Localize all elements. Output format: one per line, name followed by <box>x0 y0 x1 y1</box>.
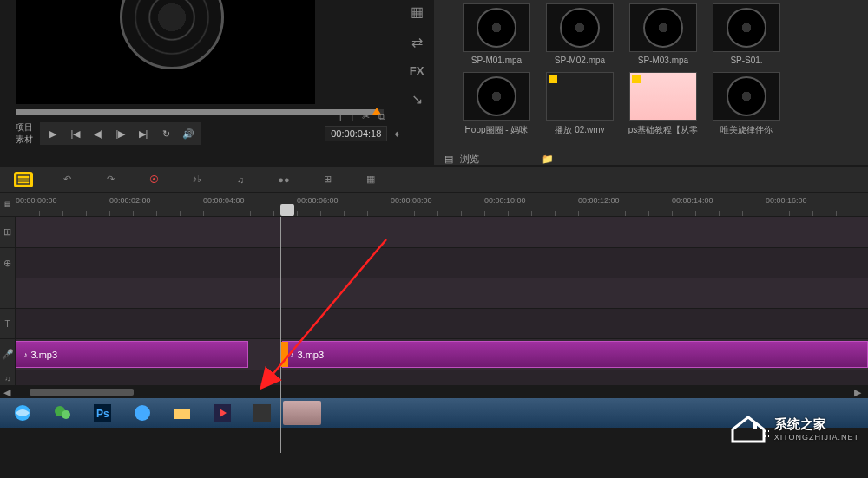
preview-viewport <box>16 0 315 104</box>
redo-button[interactable]: ↷ <box>101 172 120 187</box>
scroll-left-icon[interactable]: ◀ <box>3 387 14 398</box>
copy-icon[interactable]: ⧉ <box>378 111 385 122</box>
taskbar-video-icon[interactable] <box>203 400 241 426</box>
audio-mix-button[interactable]: ♪♭ <box>187 172 207 187</box>
media-label: SP-M02.mpa <box>542 56 618 65</box>
media-library: SP-M01.mpaSP-M02.mpaSP-M03.mpaSP-S01.Hoo… <box>434 0 868 165</box>
next-frame-button[interactable]: |▶ <box>113 126 128 141</box>
media-item[interactable]: ps基础教程【从零 <box>625 72 701 136</box>
media-label: SP-M01.mpa <box>458 56 535 65</box>
scrollbar-thumb[interactable] <box>30 389 134 396</box>
path-icon[interactable]: ↘ <box>411 91 423 108</box>
ruler-menu-icon[interactable]: ▤ <box>4 200 11 208</box>
media-item[interactable]: 播放 02.wmv <box>542 72 618 136</box>
mark-in-icon[interactable]: [ <box>339 111 342 122</box>
music-track-icon[interactable]: ♫ <box>4 374 10 383</box>
media-label: 播放 02.wmv <box>542 124 618 136</box>
record-button[interactable]: ⦿ <box>144 172 163 187</box>
play-button[interactable]: ▶ <box>45 126 61 141</box>
media-thumbnail <box>713 72 780 121</box>
media-thumbnail <box>463 72 530 121</box>
media-item[interactable]: 唯美旋律伴你 <box>708 72 785 136</box>
fx-icon[interactable]: FX <box>410 64 424 77</box>
record-disc-icon <box>120 0 224 69</box>
goto-start-button[interactable]: |◀ <box>68 126 83 141</box>
timecode-display[interactable]: 00:00:04:18 <box>325 126 387 141</box>
taskbar-wechat-icon[interactable] <box>43 400 82 426</box>
auto-music-button[interactable]: ♫ <box>231 172 250 187</box>
overlay-track-icon[interactable]: ⊕ <box>3 258 11 269</box>
ruler-mark: 00:00:12:00 <box>578 196 620 205</box>
clip-label: 3.mp3 <box>31 350 58 360</box>
audio-clip-2[interactable]: ♪ 3.mp3 <box>282 341 868 368</box>
voice-track-icon[interactable]: 🎤 <box>2 349 14 360</box>
ruler-mark: 00:00:08:00 <box>391 196 432 205</box>
overlay-track-2[interactable] <box>0 278 868 309</box>
scrub-bar[interactable] <box>16 109 384 115</box>
goto-end-button[interactable]: ▶| <box>135 126 151 141</box>
ruler-mark: 00:00:06:00 <box>297 196 339 205</box>
transition-icon[interactable]: ⇄ <box>411 34 423 50</box>
taskbar-app-icon[interactable] <box>243 400 281 426</box>
storyboard-mode-button[interactable] <box>14 172 33 187</box>
mark-out-icon[interactable]: ] <box>351 111 353 122</box>
media-thumbnail <box>629 72 697 121</box>
voice-track[interactable]: 🎤 ♪ 3.mp3 ♪ 3.mp3 <box>0 339 868 370</box>
svg-rect-9 <box>174 409 190 419</box>
overlay-track-1[interactable]: ⊕ <box>0 248 868 278</box>
timeline-tracks: ⊞ ⊕ T 🎤 ♪ 3.mp3 ♪ 3.mp3 ♫ <box>0 217 868 386</box>
grid-button[interactable]: ▦ <box>361 172 380 187</box>
taskbar-photoshop-icon[interactable]: Ps <box>83 400 122 426</box>
media-label: SP-M03.mpa <box>625 56 701 65</box>
title-track-icon[interactable]: T <box>4 319 10 329</box>
ruler-mark: 00:00:10:00 <box>484 196 526 205</box>
taskbar-ie-icon[interactable] <box>3 400 42 426</box>
browse-icon[interactable]: ▤ <box>444 154 453 165</box>
media-item[interactable]: SP-M01.mpa <box>458 3 535 65</box>
media-icon[interactable]: ▦ <box>411 3 424 20</box>
track-button[interactable]: ●● <box>274 172 293 187</box>
loop-button[interactable]: ↻ <box>158 126 174 141</box>
side-tools: ▦ ⇄ FX ↘ <box>399 0 434 165</box>
prev-frame-button[interactable]: ◀| <box>90 126 106 141</box>
timeline-ruler[interactable]: ▤ 00:00:00:0000:00:02:0000:00:04:0000:00… <box>0 193 868 217</box>
cut-icon[interactable]: ✂ <box>362 111 370 122</box>
ruler-mark: 00:00:02:00 <box>109 196 151 205</box>
media-item[interactable]: SP-M02.mpa <box>542 3 618 65</box>
clip-label: 3.mp3 <box>298 350 325 360</box>
ruler-mark: 00:00:14:00 <box>672 196 713 205</box>
title-button[interactable]: ⊞ <box>318 172 337 187</box>
watermark: 系统之家 XITONGZHIJIA.NET <box>727 412 859 445</box>
media-item[interactable]: SP-S01. <box>708 3 785 65</box>
media-label: ps基础教程【从零 <box>625 124 701 136</box>
music-track[interactable]: ♫ <box>0 370 868 386</box>
source-label[interactable]: 素材 <box>16 134 33 146</box>
ruler-mark: 00:00:04:00 <box>203 196 245 205</box>
media-label: Hoop圈圈 - 妈咪 <box>458 124 535 136</box>
transport-bar: ▶ |◀ ◀| |▶ ▶| ↻ 🔊 <box>40 122 201 145</box>
folder-icon[interactable]: 📁 <box>542 154 554 165</box>
video-track-icon[interactable]: ⊞ <box>3 226 11 238</box>
undo-button[interactable]: ↶ <box>57 172 76 187</box>
title-track[interactable]: T <box>0 309 868 339</box>
taskbar-thumbnail[interactable] <box>283 401 321 425</box>
volume-button[interactable]: 🔊 <box>181 126 196 141</box>
video-track-1[interactable]: ⊞ <box>0 217 868 248</box>
scroll-right-icon[interactable]: ▶ <box>854 387 865 398</box>
taskbar-folder-icon[interactable] <box>163 400 201 426</box>
timecode-spinner-icon[interactable]: ♦ <box>394 128 399 139</box>
browse-label[interactable]: 浏览 <box>460 153 479 165</box>
audio-clip-1[interactable]: ♪ 3.mp3 <box>16 341 248 368</box>
preview-panel: [ ] ✂ ⧉ 项目 素材 ▶ |◀ ◀| |▶ ▶| ↻ 🔊 00:00:04… <box>0 0 399 165</box>
playhead-handle[interactable] <box>280 204 294 216</box>
timeline-scrollbar[interactable]: ◀ ▶ <box>0 386 868 398</box>
media-item[interactable]: SP-M03.mpa <box>625 3 701 65</box>
taskbar-browser-icon[interactable] <box>123 400 161 426</box>
project-label[interactable]: 项目 <box>16 121 33 134</box>
media-thumbnail <box>546 3 614 52</box>
media-item[interactable]: Hoop圈圈 - 妈咪 <box>458 72 535 136</box>
watermark-url: XITONGZHIJIA.NET <box>774 433 859 442</box>
timeline-toolbar: ↶ ↷ ⦿ ♪♭ ♫ ●● ⊞ ▦ <box>0 165 868 193</box>
media-label: 唯美旋律伴你 <box>708 124 785 136</box>
ruler-mark: 00:00:00:00 <box>16 196 57 205</box>
